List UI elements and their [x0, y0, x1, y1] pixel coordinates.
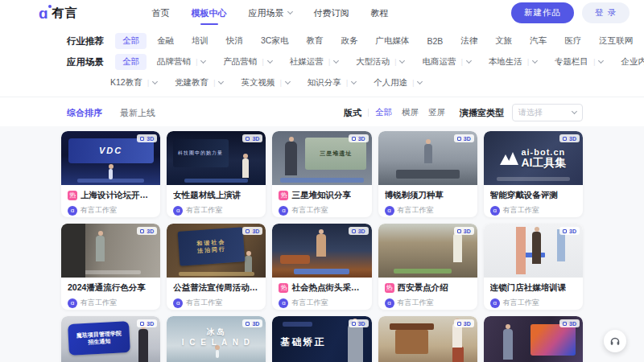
filter-chip[interactable]: 3C家电 — [254, 33, 295, 49]
template-thumbnail[interactable]: 基础矫正 3D ai-bot.cn AI工具集 — [272, 316, 371, 362]
filter-chip[interactable]: 汽车 — [522, 33, 554, 49]
filter-chip[interactable]: 全部 — [115, 33, 147, 49]
logo-icon: ɑ — [39, 6, 48, 21]
template-card[interactable]: 3D ai-bot.cn AI工具集 热 博锐剃须刀种草 ɑ 有言工作室 — [378, 131, 477, 217]
template-card[interactable]: 三星堆遗址 3D ai-bot.cn AI工具集 热 三星堆知识分享 ɑ 有言工… — [272, 131, 371, 217]
template-card[interactable]: 冰岛 I C E L A N D 3D ai-bot.cn AI工具集 热 ɑ … — [167, 316, 266, 362]
author-avatar: ɑ — [279, 298, 288, 308]
filter-chip[interactable]: B2B — [419, 34, 450, 48]
nav-item[interactable]: 首页 — [152, 0, 170, 27]
nav-item[interactable]: 应用场景 — [249, 0, 292, 27]
template-thumbnail[interactable]: 3D ai-bot.cn AI工具集 — [378, 224, 477, 278]
template-card[interactable]: 3D ai-bot.cn AI工具集 热 2024潘通流行色分享 ɑ 有言工作室 — [61, 224, 160, 310]
chevron-down-icon — [218, 79, 224, 84]
filter-chip[interactable]: 广电媒体 — [368, 33, 416, 49]
nav-item[interactable]: 模板中心 — [192, 0, 227, 27]
app-logo[interactable]: ɑ 有言 — [39, 6, 78, 21]
sort-bar: 综合排序最新上线 版式 全部横屏竖屏 演播室类型 请选择 — [67, 104, 583, 121]
template-thumbnail[interactable]: VDC 3D ai-bot.cn AI工具集 — [61, 131, 160, 185]
cube-icon — [246, 322, 250, 326]
filter-chip[interactable]: 医疗 — [557, 33, 588, 49]
template-thumbnail[interactable]: 3D ai-bot.cn AI工具集 — [61, 224, 160, 278]
filter-chip[interactable]: 党建教育| — [167, 75, 230, 91]
template-card[interactable]: 3D ai-bot.cn AI工具集 热 西安景点介绍 ɑ 有言工作室 — [378, 224, 477, 310]
template-card[interactable]: 3D ai-bot.cn AI工具集 热 社会热点街头采访连线 ɑ 有言工作室 — [272, 224, 371, 310]
template-card[interactable]: 魔珐项目管理学院 招生通知 3D ai-bot.cn AI工具集 热 ɑ 有言工… — [61, 316, 160, 362]
filter-chip[interactable]: K12教育| — [103, 75, 164, 91]
template-thumbnail[interactable]: 3D ai-bot.cn AI工具集 — [484, 224, 583, 278]
3d-badge: 3D — [454, 227, 474, 235]
template-card[interactable]: 基础矫正 3D ai-bot.cn AI工具集 热 ɑ 有言工作室 — [272, 316, 371, 362]
cube-icon — [563, 229, 567, 233]
filter-chip[interactable]: 企业内训| — [613, 54, 644, 70]
template-thumbnail[interactable]: 3D ai-bot.cn AI工具集 — [484, 131, 583, 185]
nav-item[interactable]: 付费订阅 — [314, 0, 349, 27]
thumbnail-graphic — [184, 179, 248, 183]
layout-option[interactable]: 全部 — [375, 107, 392, 118]
presenter-figure — [348, 323, 363, 362]
template-card[interactable]: VDC 3D ai-bot.cn AI工具集 热 上海设计论坛开场主持 ɑ 有言… — [61, 131, 160, 217]
template-thumbnail[interactable]: 3D ai-bot.cn AI工具集 — [484, 316, 583, 362]
login-button[interactable]: 登 录 — [582, 2, 630, 23]
filter-chip[interactable]: 电商运营| — [415, 54, 477, 70]
filter-chip[interactable]: 产品营销| — [216, 54, 279, 70]
watermark-logo-icon — [500, 152, 518, 165]
filter-chip[interactable]: 法律 — [453, 33, 485, 49]
3d-badge: 3D — [349, 319, 369, 327]
filter-chip[interactable]: 专题栏目| — [547, 54, 610, 70]
sort-option[interactable]: 综合排序 — [67, 107, 102, 119]
chevron-down-icon — [572, 109, 577, 114]
template-card[interactable]: 科技圈中的她力量 3D ai-bot.cn AI工具集 热 女性题材线上演讲 ɑ… — [167, 131, 266, 217]
3d-badge: 3D — [349, 227, 369, 235]
layout-options: 全部横屏竖屏 — [375, 107, 445, 118]
filter-chip[interactable]: 全部 — [115, 54, 147, 70]
filter-chip[interactable]: 个人用途| — [366, 75, 429, 91]
layout-option[interactable]: 横屏 — [402, 107, 419, 118]
chevron-down-icon — [200, 58, 206, 64]
studio-type-label: 演播室类型 — [460, 107, 504, 119]
filter-chip[interactable]: 泛互联网 — [592, 33, 640, 49]
chevron-down-icon — [466, 58, 472, 64]
template-thumbnail[interactable]: 3D ai-bot.cn AI工具集 — [378, 131, 477, 185]
template-thumbnail[interactable]: 冰岛 I C E L A N D 3D ai-bot.cn AI工具集 — [167, 316, 266, 362]
filter-chip[interactable]: 社媒运营| — [283, 54, 345, 70]
filter-chip[interactable]: 大型活动| — [349, 54, 411, 70]
filter-chip[interactable]: 培训 — [184, 33, 216, 49]
studio-type-select[interactable]: 请选择 — [512, 104, 583, 121]
support-button[interactable] — [604, 330, 626, 352]
thumbnail-graphic — [530, 324, 576, 356]
create-work-button[interactable]: 新建作品 — [511, 2, 574, 23]
filter-chip[interactable]: 金融 — [150, 33, 181, 49]
template-card[interactable]: 3D ai-bot.cn AI工具集 热 智能穿戴设备评测 ɑ 有言工作室 — [484, 131, 583, 217]
filter-panel: 行业推荐 全部金融培训快消3C家电教育政务广电媒体B2B法律文旅汽车医疗泛互联网… — [0, 26, 644, 121]
template-card[interactable]: 3D ai-bot.cn AI工具集 热 连锁门店社媒培训课 ɑ 有言工作室 — [484, 224, 583, 310]
author-name: 有言工作室 — [80, 298, 117, 308]
filter-chip[interactable]: 文旅 — [488, 33, 519, 49]
filter-chip[interactable]: 英文视频| — [233, 75, 296, 91]
nav-item[interactable]: 教程 — [371, 0, 389, 27]
chip-separator: | — [460, 58, 462, 66]
thumbnail-graphic — [396, 170, 460, 179]
template-card[interactable]: 3D ai-bot.cn AI工具集 热 ɑ 有言工作室 — [484, 316, 583, 362]
template-card[interactable]: 3D ai-bot.cn AI工具集 热 ɑ 有言工作室 — [378, 316, 477, 362]
chevron-down-icon — [267, 58, 273, 64]
scene-chip-list-row2: K12教育|党建教育|英文视频|知识分享|个人用途| — [103, 75, 429, 91]
sort-option[interactable]: 最新上线 — [120, 107, 155, 119]
template-thumbnail[interactable]: 科技圈中的她力量 3D ai-bot.cn AI工具集 — [167, 131, 266, 185]
chevron-down-icon — [285, 79, 291, 84]
filter-chip[interactable]: 政务 — [333, 33, 365, 49]
thumbnail-graphic — [81, 270, 141, 274]
filter-chip[interactable]: 品牌营销| — [150, 54, 213, 70]
template-thumbnail[interactable]: 三星堆遗址 3D ai-bot.cn AI工具集 — [272, 131, 371, 185]
filter-chip[interactable]: 知识分享| — [300, 75, 363, 91]
filter-chip[interactable]: 本地生活| — [481, 54, 544, 70]
layout-option[interactable]: 竖屏 — [428, 107, 445, 118]
filter-chip[interactable]: 快消 — [219, 33, 250, 49]
template-thumbnail[interactable]: 3D ai-bot.cn AI工具集 — [378, 316, 477, 362]
template-card[interactable]: 和谐社会 法治同行 3D ai-bot.cn AI工具集 热 公益普法宣传周活动… — [167, 224, 266, 310]
template-thumbnail[interactable]: 和谐社会 法治同行 3D ai-bot.cn AI工具集 — [167, 224, 266, 278]
filter-chip[interactable]: 教育 — [299, 33, 330, 49]
author-name: 有言工作室 — [80, 205, 117, 216]
template-thumbnail[interactable]: 魔珐项目管理学院 招生通知 3D ai-bot.cn AI工具集 — [61, 316, 160, 362]
template-thumbnail[interactable]: 3D ai-bot.cn AI工具集 — [272, 224, 371, 278]
